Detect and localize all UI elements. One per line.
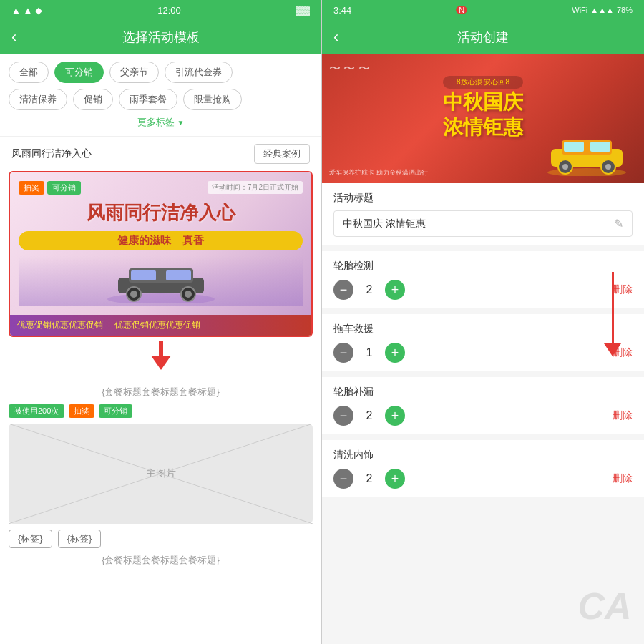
page-title-left: 选择活动模板 [122, 29, 200, 46]
active-template-card[interactable]: 抽奖 可分销 活动时间：7月2日正式开始 风雨同行洁净入心 健康的滋味 真香 [9, 171, 313, 337]
right-red-arrow [604, 272, 621, 356]
placeholder-tags: {标签} {标签} [9, 530, 313, 548]
template-footer-bar: 优惠促销优惠优惠促销 优惠促销优惠优惠促销 [10, 315, 311, 336]
status-icons-right: WiFi ▲▲▲ 78% [572, 6, 633, 14]
header-right: ‹ 活动创建 [322, 20, 644, 54]
service-1-plus[interactable]: + [385, 280, 405, 300]
service-tyre-check: 轮胎检测 − 2 + 删除 [322, 251, 644, 308]
more-tags[interactable]: 更多标签 ▼ [9, 116, 313, 129]
template-time: 活动时间：7月2日正式开始 [208, 181, 303, 194]
activity-title-value: 中秋国庆 浓情钜惠 [343, 218, 426, 230]
service-tow: 拖车救援 − 1 + 删除 [322, 314, 644, 371]
banner-text: 8放心浪 安心回8 中秋国庆 浓情钜惠 [443, 76, 523, 141]
placeholder-footer: {套餐标题套餐标题套餐标题} [9, 554, 313, 567]
service-2-minus[interactable]: − [333, 343, 353, 363]
phone-right-wrapper: 3:44 N WiFi ▲▲▲ 78% ‹ 活动创建 〜 〜 〜 8放心浪 安心… [322, 0, 644, 644]
banner-car-svg [544, 133, 630, 176]
tag-all[interactable]: 全部 [9, 62, 49, 83]
arrow-line [612, 272, 614, 343]
service-3-qty: 2 [362, 409, 376, 422]
header-left: ‹ 选择活动模板 [0, 20, 321, 54]
signal-icon: ▲ ▲ ◆ [11, 5, 42, 16]
service-4-minus[interactable]: − [333, 469, 353, 489]
svg-rect-4 [166, 270, 191, 280]
service-3-minus[interactable]: − [333, 406, 353, 426]
classic-case-button[interactable]: 经典案例 [254, 144, 310, 164]
tag-clean[interactable]: 清洁保养 [9, 89, 67, 110]
service-3-plus[interactable]: + [385, 406, 405, 426]
badge-shareable: 可分销 [47, 181, 81, 195]
template-header: 风雨同行洁净入心 经典案例 [0, 137, 321, 171]
tag-coupon[interactable]: 引流代金券 [165, 62, 233, 83]
banner-bottom-text: 爱车保养护航卡 助力金秋潇洒出行 [329, 168, 428, 177]
signal-icon-right: ▲▲▲ [590, 6, 614, 14]
badge-lottery: 抽奖 [19, 181, 44, 195]
service-4-title: 清洗内饰 [333, 449, 633, 462]
arrow-down [0, 341, 321, 370]
used-count: 被使用200次 [9, 404, 64, 418]
banner-big-text1: 中秋国庆 [443, 92, 523, 114]
notification-badge: N [456, 6, 467, 14]
car-illustration [104, 260, 218, 303]
tags-row-1: 全部 可分销 父亲节 引流代金券 [9, 62, 313, 83]
template-below: {套餐标题套餐标题套餐标题} 被使用200次 抽奖 可分销 主图片 {标签} {… [9, 386, 313, 567]
activity-title-input[interactable]: 中秋国庆 浓情钜惠 ✎ [333, 210, 633, 237]
tag-rain[interactable]: 雨季套餐 [119, 89, 177, 110]
badge-shareable-2: 可分销 [99, 404, 132, 418]
time-right: 3:44 [333, 5, 351, 16]
service-1-row: − 2 + 删除 [333, 280, 633, 300]
placeholder-grid [9, 424, 313, 524]
form-area: 活动标题 中秋国庆 浓情钜惠 ✎ 轮胎检测 − 2 + 删除 拖车救援 − 1 … [322, 183, 644, 644]
template-name: 风雨同行洁净入心 [11, 147, 92, 160]
service-2-plus[interactable]: + [385, 343, 405, 363]
placeholder-tag-1[interactable]: {标签} [9, 530, 52, 548]
banner-sub-label: 8放心浪 安心回8 [443, 76, 523, 89]
back-button-right[interactable]: ‹ [333, 28, 338, 47]
activity-title-label: 活动标题 [333, 192, 633, 205]
status-bar-right: 3:44 N WiFi ▲▲▲ 78% [322, 0, 644, 20]
svg-point-0 [107, 293, 215, 303]
banner-image: 〜 〜 〜 8放心浪 安心回8 中秋国庆 浓情钜惠 爱车保养护航卡 助力金秋潇洒… [322, 54, 644, 183]
svg-point-6 [130, 291, 137, 298]
service-4-row: − 2 + 删除 [333, 469, 633, 489]
svg-point-17 [562, 164, 568, 170]
service-3-row: − 2 + 删除 [333, 406, 633, 426]
tag-fathers-day[interactable]: 父亲节 [109, 62, 159, 83]
birds-decoration: 〜 〜 〜 [329, 62, 370, 77]
svg-point-8 [185, 291, 192, 298]
time-left: 12:00 [157, 5, 181, 16]
tag-limited[interactable]: 限量抢购 [183, 89, 242, 110]
template-main-title: 风雨同行洁净入心 [19, 200, 303, 225]
arrow-head [604, 343, 621, 356]
wifi-icon: WiFi [572, 6, 587, 14]
battery-icon: ▓▓ [296, 5, 310, 16]
tag-shareable[interactable]: 可分销 [54, 62, 104, 83]
svg-point-19 [605, 164, 611, 170]
banner-big-text2: 浓情钜惠 [443, 114, 523, 141]
service-4-qty: 2 [362, 472, 376, 485]
edit-icon[interactable]: ✎ [614, 217, 623, 230]
tags-area: 全部 可分销 父亲节 引流代金券 清洁保养 促销 雨季套餐 限量抢购 更多标签 … [0, 54, 321, 137]
svg-rect-15 [590, 142, 610, 152]
service-4-plus[interactable]: + [385, 469, 405, 489]
page-title-right: 活动创建 [457, 29, 509, 46]
template-inner: 抽奖 可分销 活动时间：7月2日正式开始 风雨同行洁净入心 健康的滋味 真香 [10, 172, 311, 315]
placeholder-tag-2[interactable]: {标签} [58, 530, 102, 548]
activity-title-section: 活动标题 中秋国庆 浓情钜惠 ✎ [322, 183, 644, 245]
tags-row-2: 清洁保养 促销 雨季套餐 限量抢购 [9, 89, 313, 110]
badge-lottery-2: 抽奖 [69, 404, 94, 418]
service-3-delete[interactable]: 删除 [613, 409, 633, 422]
template-car-image [19, 256, 303, 306]
service-1-minus[interactable]: − [333, 280, 353, 300]
service-4-delete[interactable]: 删除 [613, 472, 633, 485]
service-1-title: 轮胎检测 [333, 260, 633, 273]
service-2-title: 拖车救援 [333, 323, 633, 336]
tag-promo[interactable]: 促销 [73, 89, 113, 110]
battery-icon-right: 78% [617, 6, 633, 14]
placeholder-image-area: 主图片 [9, 424, 313, 524]
back-button-left[interactable]: ‹ [11, 28, 16, 47]
svg-rect-14 [564, 142, 584, 152]
service-1-qty: 2 [362, 283, 376, 296]
chevron-down-icon: ▼ [177, 119, 185, 127]
phone-right: 3:44 N WiFi ▲▲▲ 78% ‹ 活动创建 〜 〜 〜 8放心浪 安心… [322, 0, 644, 644]
